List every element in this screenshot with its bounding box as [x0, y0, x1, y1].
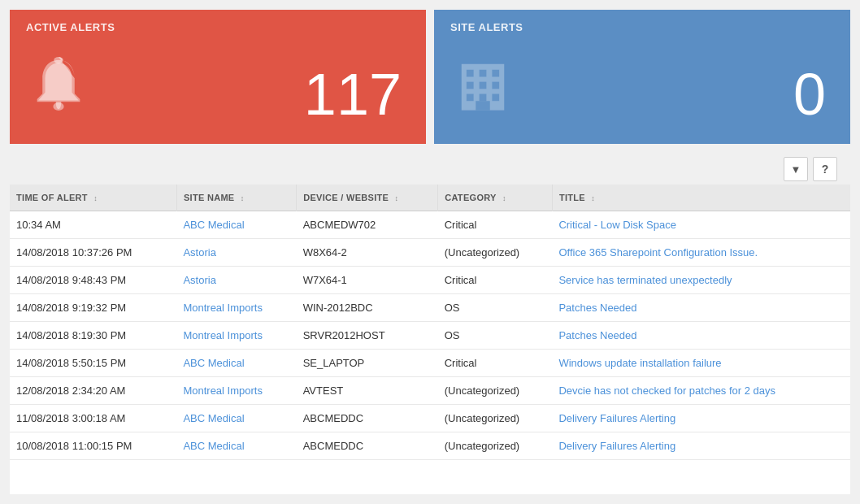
- cell-site[interactable]: Astoria: [176, 267, 296, 294]
- alerts-table-container[interactable]: TIME OF ALERT ↕ SITE NAME ↕ DEVICE / WEB…: [10, 185, 850, 494]
- cell-category: (Uncategorized): [438, 432, 553, 460]
- active-alerts-count: 117: [304, 61, 402, 128]
- svg-rect-4: [480, 69, 487, 76]
- cell-title[interactable]: Critical - Low Disk Space: [552, 211, 850, 239]
- active-alerts-card: ACTIVE ALERTS 117: [10, 10, 426, 144]
- cell-site[interactable]: Astoria: [176, 239, 296, 267]
- cell-device: ABCMEDDC: [297, 432, 438, 460]
- cell-category: (Uncategorized): [438, 377, 553, 405]
- svg-rect-6: [467, 81, 474, 89]
- cell-site[interactable]: ABC Medical: [176, 350, 296, 377]
- cell-time: 12/08/2018 2:34:20 AM: [10, 377, 176, 405]
- cell-device: W8X64-2: [297, 239, 438, 267]
- cell-title[interactable]: Patches Needed: [552, 322, 850, 350]
- svg-rect-10: [480, 93, 487, 101]
- cell-title[interactable]: Service has terminated unexpectedly: [552, 267, 850, 294]
- cell-category: Critical: [438, 211, 553, 239]
- cell-device: WIN-2012BDC: [297, 294, 438, 322]
- cell-title[interactable]: Windows update installation failure: [552, 350, 850, 377]
- table-row: 14/08/2018 9:48:43 PMAstoriaW7X64-1Criti…: [10, 267, 850, 294]
- table-row: 14/08/2018 9:19:32 PMMontreal ImportsWIN…: [10, 294, 850, 322]
- svg-rect-5: [492, 69, 499, 76]
- site-alerts-title: SITE ALERTS: [450, 21, 523, 33]
- col-device: DEVICE / WEBSITE ↕: [297, 185, 438, 211]
- sort-title-icon: ↕: [591, 194, 595, 202]
- cell-category: Critical: [438, 267, 553, 294]
- col-site-name: SITE NAME ↕: [176, 185, 296, 211]
- cards-row: ACTIVE ALERTS 117 SITE ALERTS: [0, 0, 860, 154]
- cell-device: ABCMEDDC: [297, 405, 438, 432]
- cell-category: OS: [438, 294, 553, 322]
- cell-category: OS: [438, 322, 553, 350]
- cell-device: ABCMEDW702: [297, 211, 438, 239]
- svg-rect-7: [480, 81, 487, 89]
- svg-rect-12: [476, 101, 490, 110]
- svg-rect-11: [492, 93, 499, 101]
- col-category: CATEGORY ↕: [438, 185, 553, 211]
- table-row: 10/08/2018 11:00:15 PMABC MedicalABCMEDD…: [10, 432, 850, 460]
- help-button[interactable]: ?: [813, 157, 837, 181]
- cell-time: 11/08/2018 3:00:18 AM: [10, 405, 176, 432]
- col-time-of-alert: TIME OF ALERT ↕: [10, 185, 176, 211]
- sort-time-icon: ↕: [93, 194, 98, 202]
- cell-title[interactable]: Delivery Failures Alerting: [552, 405, 850, 432]
- active-alerts-title: ACTIVE ALERTS: [26, 21, 115, 33]
- cell-site[interactable]: Montreal Imports: [176, 322, 296, 350]
- cell-time: 14/08/2018 10:37:26 PM: [10, 239, 176, 267]
- sort-category-icon: ↕: [502, 194, 506, 202]
- cell-time: 14/08/2018 9:19:32 PM: [10, 294, 176, 322]
- cell-device: SE_LAPTOP: [297, 350, 438, 377]
- cell-time: 14/08/2018 9:48:43 PM: [10, 267, 176, 294]
- cell-category: (Uncategorized): [438, 405, 553, 432]
- svg-point-0: [54, 57, 63, 63]
- main-container: ACTIVE ALERTS 117 SITE ALERTS: [0, 0, 860, 504]
- cell-site[interactable]: ABC Medical: [176, 405, 296, 432]
- cell-title[interactable]: Patches Needed: [552, 294, 850, 322]
- cell-site[interactable]: ABC Medical: [176, 432, 296, 460]
- building-icon: [454, 57, 511, 114]
- sort-site-icon: ↕: [241, 194, 245, 202]
- alerts-table: TIME OF ALERT ↕ SITE NAME ↕ DEVICE / WEB…: [10, 185, 850, 460]
- filter-button[interactable]: ▼: [784, 157, 808, 181]
- cell-time: 14/08/2018 5:50:15 PM: [10, 350, 176, 377]
- site-alerts-card: SITE ALERTS 0: [434, 10, 850, 144]
- cell-title[interactable]: Delivery Failures Alerting: [552, 432, 850, 460]
- sort-device-icon: ↕: [395, 194, 399, 202]
- table-row: 12/08/2018 2:34:20 AMMontreal ImportsAVT…: [10, 377, 850, 405]
- cell-time: 10/08/2018 11:00:15 PM: [10, 432, 176, 460]
- cell-category: Critical: [438, 350, 553, 377]
- svg-rect-8: [492, 81, 499, 89]
- svg-rect-3: [467, 69, 474, 76]
- cell-category: (Uncategorized): [438, 239, 553, 267]
- table-row: 11/08/2018 3:00:18 AMABC MedicalABCMEDDC…: [10, 405, 850, 432]
- cell-time: 10:34 AM: [10, 211, 176, 239]
- toolbar-row: ▼ ?: [0, 154, 860, 185]
- svg-rect-9: [467, 93, 474, 101]
- cell-device: SRVR2012HOST: [297, 322, 438, 350]
- cell-device: AVTEST: [297, 377, 438, 405]
- cell-title[interactable]: Devcie has not checked for patches for 2…: [552, 377, 850, 405]
- cell-site[interactable]: ABC Medical: [176, 211, 296, 239]
- bell-icon: [30, 57, 87, 114]
- table-row: 14/08/2018 5:50:15 PMABC MedicalSE_LAPTO…: [10, 350, 850, 377]
- cell-site[interactable]: Montreal Imports: [176, 294, 296, 322]
- cell-device: W7X64-1: [297, 267, 438, 294]
- table-body: 10:34 AMABC MedicalABCMEDW702CriticalCri…: [10, 211, 850, 460]
- table-header-row: TIME OF ALERT ↕ SITE NAME ↕ DEVICE / WEB…: [10, 185, 850, 211]
- cell-time: 14/08/2018 8:19:30 PM: [10, 322, 176, 350]
- svg-point-1: [53, 102, 63, 111]
- cell-title[interactable]: Office 365 Sharepoint Configuration Issu…: [552, 239, 850, 267]
- col-title: TITLE ↕: [552, 185, 850, 211]
- table-row: 14/08/2018 10:37:26 PMAstoriaW8X64-2(Unc…: [10, 239, 850, 267]
- help-icon: ?: [822, 163, 829, 176]
- table-row: 14/08/2018 8:19:30 PMMontreal ImportsSRV…: [10, 322, 850, 350]
- site-alerts-count: 0: [793, 61, 826, 128]
- cell-site[interactable]: Montreal Imports: [176, 377, 296, 405]
- table-row: 10:34 AMABC MedicalABCMEDW702CriticalCri…: [10, 211, 850, 239]
- filter-icon: ▼: [791, 163, 801, 176]
